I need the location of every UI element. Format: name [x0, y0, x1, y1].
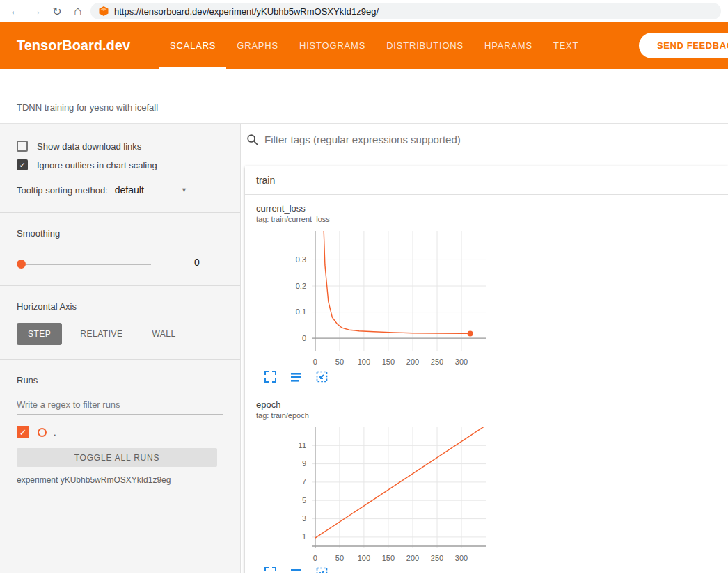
forward-icon[interactable]: → [28, 3, 45, 19]
show-download-links-row: ✓ Show data download links [17, 141, 223, 152]
svg-text:7: 7 [302, 477, 306, 486]
tab-histograms[interactable]: HISTOGRAMS [289, 22, 376, 69]
home-icon[interactable]: ⌂ [70, 3, 86, 19]
chart-toolbar [256, 371, 491, 383]
run-line-style-icon [38, 428, 47, 437]
chart-card-current-loss: current_loss tag: train/current_loss 00.… [256, 203, 491, 383]
svg-text:300: 300 [455, 554, 468, 562]
tab-distributions[interactable]: DISTRIBUTIONS [376, 22, 474, 69]
svg-text:50: 50 [335, 358, 344, 366]
app-header: TensorBoard.dev SCALARS GRAPHS HISTOGRAM… [0, 22, 728, 69]
run-name: . [54, 427, 56, 438]
url-text: https://tensorboard.dev/experiment/yKUbh… [114, 6, 379, 17]
svg-text:1: 1 [302, 532, 306, 541]
axis-wall-button[interactable]: WALL [141, 323, 187, 345]
fit-domain-icon[interactable] [316, 567, 328, 573]
svg-text:0.1: 0.1 [296, 308, 306, 316]
tooltip-sorting-label: Tooltip sorting method: [17, 185, 108, 196]
svg-text:300: 300 [455, 358, 468, 366]
back-icon[interactable]: ← [7, 3, 24, 19]
address-bar[interactable]: https://tensorboard.dev/experiment/yKUbh… [90, 3, 721, 19]
settings-sidebar: ✓ Show data download links ✓ Ignore outl… [0, 124, 241, 573]
line-chart-current-loss[interactable]: 00.10.20.3050100150200250300 [256, 228, 490, 369]
svg-text:100: 100 [358, 358, 370, 366]
search-icon [246, 134, 258, 145]
runs-label: Runs [17, 375, 223, 385]
svg-text:0.2: 0.2 [296, 282, 306, 290]
chart-card-epoch: epoch tag: train/epoch 13579110501001502… [256, 399, 491, 573]
send-feedback-button[interactable]: SEND FEEDBACK [639, 33, 728, 58]
reload-icon[interactable]: ↻ [49, 3, 65, 19]
axis-step-button[interactable]: STEP [17, 323, 62, 345]
run-checkbox[interactable]: ✓ [17, 426, 29, 438]
ignore-outliers-checkbox[interactable]: ✓ [17, 159, 28, 170]
svg-text:11: 11 [299, 441, 306, 449]
tensorboard-favicon [99, 6, 109, 16]
chart-tag: tag: train/current_loss [256, 215, 491, 223]
run-row: ✓ . [17, 426, 223, 438]
chart-title: current_loss [256, 203, 491, 214]
runs-regex-input[interactable] [17, 395, 223, 415]
toggle-all-runs-button[interactable]: TOGGLE ALL RUNS [17, 448, 217, 467]
ignore-outliers-row: ✓ Ignore outliers in chart scaling [17, 159, 223, 170]
smoothing-value-input[interactable]: 0 [171, 257, 223, 271]
svg-text:9: 9 [302, 459, 306, 468]
chart-toolbar [256, 567, 491, 573]
tab-hparams[interactable]: HPARAMS [474, 22, 543, 69]
fullscreen-icon[interactable] [264, 371, 276, 383]
smoothing-slider-thumb[interactable] [17, 260, 26, 269]
experiment-title: TDNN training for yesno with icefall [17, 102, 158, 113]
train-section-header[interactable]: train [245, 166, 728, 195]
horizontal-axis-options: STEP RELATIVE WALL [17, 323, 223, 345]
sidebar-divider [0, 212, 240, 213]
axis-relative-button[interactable]: RELATIVE [69, 323, 134, 345]
tooltip-sorting-value: default [115, 184, 144, 196]
svg-text:3: 3 [302, 514, 306, 523]
tag-filter-row [245, 129, 728, 152]
experiment-id-label: experiment yKUbhb5wRmOSXYkId1z9eg [17, 475, 223, 485]
sidebar-divider [0, 285, 240, 286]
svg-text:250: 250 [431, 358, 443, 366]
fit-domain-icon[interactable] [316, 371, 328, 383]
smoothing-label: Smoothing [17, 228, 223, 239]
smoothing-row: 0 [17, 257, 223, 271]
data-table-icon[interactable] [290, 371, 302, 383]
svg-text:200: 200 [406, 358, 419, 366]
line-chart-epoch[interactable]: 1357911050100150200250300 [256, 424, 490, 566]
tab-scalars[interactable]: SCALARS [159, 22, 226, 69]
fullscreen-icon[interactable] [264, 567, 276, 573]
browser-chrome: ← → ↻ ⌂ https://tensorboard.dev/experime… [0, 0, 728, 22]
scalars-main: train current_loss tag: train/current_lo… [241, 124, 728, 573]
show-download-links-checkbox[interactable]: ✓ [17, 141, 28, 152]
ignore-outliers-label: Ignore outliers in chart scaling [37, 160, 157, 170]
chevron-down-icon: ▼ [181, 186, 187, 193]
tooltip-sorting-row: Tooltip sorting method: default ▼ [17, 184, 223, 198]
svg-text:100: 100 [358, 554, 370, 562]
experiment-subheader: TDNN training for yesno with icefall [0, 69, 728, 124]
svg-text:0: 0 [313, 358, 317, 366]
show-download-links-label: Show data download links [37, 141, 141, 152]
tooltip-sorting-select[interactable]: default ▼ [115, 184, 187, 198]
svg-text:0: 0 [313, 554, 317, 562]
chart-title: epoch [256, 399, 491, 410]
brand-logo: TensorBoard.dev [17, 22, 130, 69]
tab-text[interactable]: TEXT [543, 22, 589, 69]
svg-text:250: 250 [431, 554, 443, 562]
tab-graphs[interactable]: GRAPHS [226, 22, 289, 69]
tag-filter-input[interactable] [264, 134, 728, 145]
svg-text:200: 200 [406, 554, 419, 562]
data-table-icon[interactable] [290, 567, 302, 573]
horizontal-axis-label: Horizontal Axis [17, 301, 223, 312]
smoothing-slider[interactable] [17, 264, 151, 265]
svg-text:150: 150 [382, 358, 395, 366]
chart-tag: tag: train/epoch [256, 411, 491, 420]
svg-text:50: 50 [335, 554, 344, 562]
content: ✓ Show data download links ✓ Ignore outl… [0, 124, 728, 573]
svg-text:150: 150 [382, 554, 395, 562]
train-card: train current_loss tag: train/current_lo… [245, 166, 728, 573]
svg-text:5: 5 [302, 496, 306, 504]
runs-filter [17, 395, 223, 415]
charts-grid: current_loss tag: train/current_loss 00.… [245, 195, 728, 573]
primary-nav: SCALARS GRAPHS HISTOGRAMS DISTRIBUTIONS … [159, 22, 589, 69]
svg-text:0: 0 [302, 334, 306, 342]
